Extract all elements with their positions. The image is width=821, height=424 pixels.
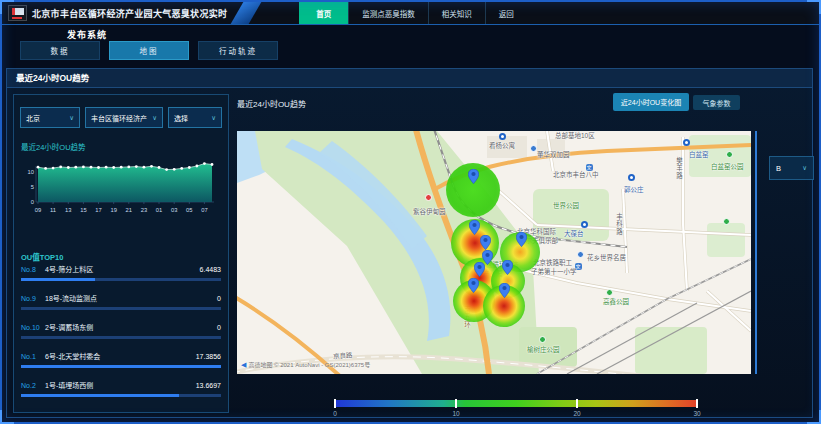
chevron-down-icon: ∨ [69,114,74,122]
map-pin[interactable] [480,235,491,250]
page-title: 北京市丰台区循环经济产业园大气恶臭状况实时 [32,7,227,20]
heat-scale-labels: 0102030 [334,410,698,420]
map-pin[interactable] [516,232,527,247]
map-pin[interactable] [469,220,480,235]
value-bar-fill [21,394,179,397]
value-bar-track [21,394,221,397]
school-icon: 文 [586,164,593,171]
divider [755,131,757,374]
panel-title: 最近24小时OU趋势 [7,69,812,88]
scale-tick-mark [696,399,698,408]
nav-item-1[interactable]: 监测点恶臭指数 [348,2,428,24]
rank-label: No.2 [21,382,40,389]
site-name: 6号-北天堂村委会 [45,351,100,361]
tab-1[interactable]: 地图 [109,41,189,60]
top-list-row-line: No.84号-筛分上料区6.4483 [21,263,221,274]
map-attribution: ◀ 高德地图 © 2021 AutoNavi - GS(2021)6375号 [241,360,370,369]
map-pin[interactable] [468,278,479,293]
nav-item-0[interactable]: 首页 [299,2,348,24]
map-pin[interactable] [468,169,479,184]
app-logo [8,5,27,21]
attribution-text: 高德地图 © 2021 AutoNavi - GS(2021)6375号 [248,360,370,369]
metro-icon [628,174,635,181]
svg-text:11: 11 [50,207,56,213]
value-bar-fill [21,365,221,368]
chevron-down-icon: ∨ [211,114,216,122]
view-tabs: 数据地图行动轨迹 [20,41,278,60]
map-label: 北京市丰台八中 [553,172,599,179]
map-label: 榆树庄公园 [527,347,560,354]
rank-label: No.10 [21,324,40,331]
map-label: 总部基地10区 [555,133,595,140]
svg-text:0: 0 [31,199,34,205]
park-icon [539,336,546,343]
metro-icon [581,221,588,228]
sidebar-panel: 北京∨丰台区循环经济产∨选择∨ 最近24小时OU趋势 0510091113151… [13,94,229,413]
map-pin[interactable] [499,283,510,298]
value-bar-track [21,365,221,368]
poi-blue-icon [530,145,537,152]
top-list-title: OU值TOP10 [21,251,63,262]
metro-icon [683,139,690,146]
tab-0[interactable]: 数据 [20,41,100,60]
nav-item-2[interactable]: 相关知识 [428,2,485,24]
chart-title: 最近24小时OU趋势 [21,141,86,152]
svg-text:13: 13 [65,207,71,213]
map-label: 高鑫公园 [603,299,629,306]
layer-select[interactable]: B ∨ [769,156,814,180]
main-panel: 最近24小时OU趋势 北京∨丰台区循环经济产∨选择∨ 最近24小时OU趋势 05… [6,68,813,418]
map-label: 董华双加园 [537,152,570,159]
top-list-row: No.102号-调蓄场东侧0 [21,321,221,350]
park-area [707,223,745,257]
nav-item-3[interactable]: 返回 [485,2,527,24]
poi-blue-icon [577,251,584,258]
map-label: 北京铁路职工 [533,260,572,267]
map-section-title: 最近24小时OU趋势 [237,98,306,109]
ou-change-map-button[interactable]: 近24小时OU变化图 [613,93,689,111]
top-list-row-line: No.102号-调蓄场东侧0 [21,321,221,332]
tab-2[interactable]: 行动轨迹 [198,41,278,60]
value-bar-fill [21,278,95,281]
scale-tick-mark [334,399,336,408]
site-name: 18号-流动监测点 [45,293,97,303]
svg-text:23: 23 [141,207,147,213]
map-label: 白盆窑公园 [711,164,744,171]
amap-logo-icon: ◀ [241,361,246,369]
svg-text:09: 09 [35,207,41,213]
map-pin[interactable] [474,262,485,277]
site-select[interactable]: 选择∨ [168,107,222,128]
ou-value: 17.3856 [196,353,221,360]
poi-red-icon [425,194,432,201]
map-label: 看杨公寓 [489,143,515,150]
map-label: 丰科路 [615,213,622,236]
svg-text:05: 05 [186,207,192,213]
top-list-row: No.918号-流动监测点0 [21,292,221,321]
value-bar-track [21,336,221,339]
weather-params-button[interactable]: 气象参数 [693,95,740,110]
svg-text:03: 03 [171,207,177,213]
park-icon [723,218,730,225]
svg-text:01: 01 [156,207,162,213]
map-label: 郭公庄 [624,187,644,194]
chevron-down-icon: ∨ [802,164,807,172]
top-list: No.84号-筛分上料区6.4483No.918号-流动监测点0No.102号-… [21,263,221,408]
rank-label: No.8 [21,266,40,273]
scale-tick-mark [455,399,457,408]
district-select[interactable]: 丰台区循环经济产∨ [85,107,163,128]
scale-tick-label: 30 [693,410,700,417]
svg-text:07: 07 [201,207,207,213]
ou-trend-chart: 0510091113151719212301030507 [16,152,226,224]
site-select-value: 选择 [174,113,188,123]
map-pin[interactable] [502,260,513,275]
ou-value: 0 [217,295,221,302]
top-list-row: No.21号-填埋场西侧13.6697 [21,379,221,408]
metro-icon [499,133,506,140]
svg-text:21: 21 [126,207,132,213]
map-canvas[interactable]: ◀ 高德地图 © 2021 AutoNavi - GS(2021)6375号 文… [237,131,751,374]
top-list-row: No.84号-筛分上料区6.4483 [21,263,221,292]
system-label: 发布系统 [67,28,107,41]
city-select[interactable]: 北京∨ [20,107,80,128]
svg-text:15: 15 [80,207,86,213]
filter-selects: 北京∨丰台区循环经济产∨选择∨ [20,107,222,128]
rank-label: No.1 [21,353,40,360]
